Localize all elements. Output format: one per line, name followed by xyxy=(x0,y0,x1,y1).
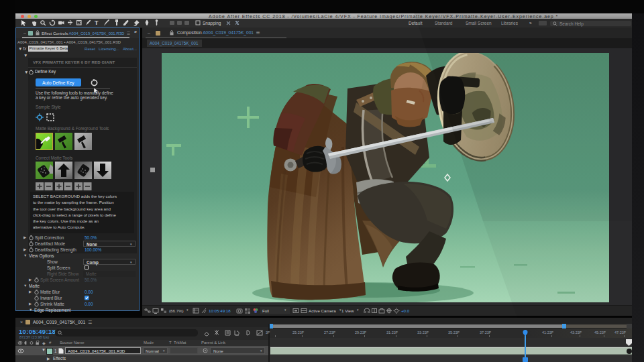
svg-text:Snapping: Snapping xyxy=(203,21,221,26)
svg-text:T: T xyxy=(95,19,99,26)
